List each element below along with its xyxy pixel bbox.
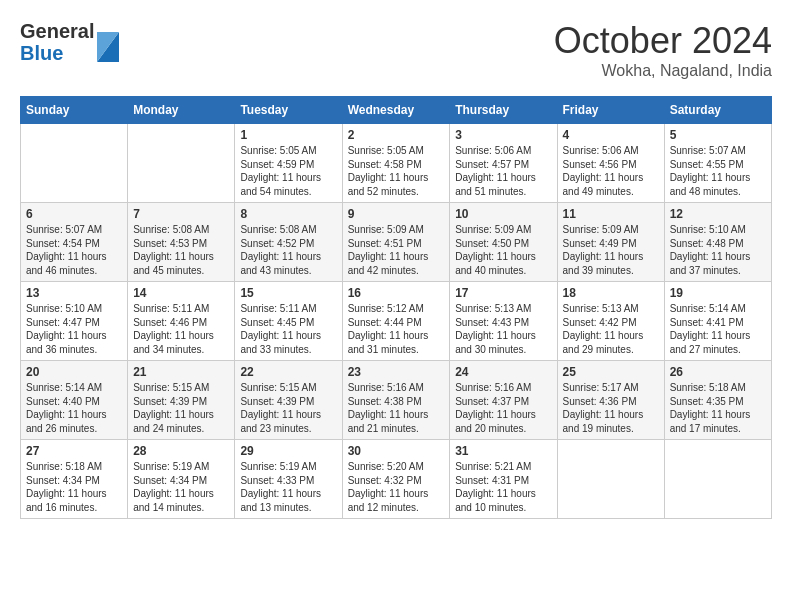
day-number: 25 [563,365,659,379]
day-number: 20 [26,365,122,379]
calendar-cell: 23Sunrise: 5:16 AMSunset: 4:38 PMDayligh… [342,361,450,440]
calendar-cell [664,440,771,519]
day-info: Sunrise: 5:11 AMSunset: 4:46 PMDaylight:… [133,302,229,356]
day-info: Sunrise: 5:16 AMSunset: 4:37 PMDaylight:… [455,381,551,435]
calendar-header-row: SundayMondayTuesdayWednesdayThursdayFrid… [21,97,772,124]
day-of-week-header: Sunday [21,97,128,124]
day-info: Sunrise: 5:08 AMSunset: 4:52 PMDaylight:… [240,223,336,277]
calendar-cell: 28Sunrise: 5:19 AMSunset: 4:34 PMDayligh… [128,440,235,519]
day-number: 11 [563,207,659,221]
calendar-cell: 16Sunrise: 5:12 AMSunset: 4:44 PMDayligh… [342,282,450,361]
calendar-cell: 9Sunrise: 5:09 AMSunset: 4:51 PMDaylight… [342,203,450,282]
calendar-cell: 22Sunrise: 5:15 AMSunset: 4:39 PMDayligh… [235,361,342,440]
calendar-cell: 27Sunrise: 5:18 AMSunset: 4:34 PMDayligh… [21,440,128,519]
day-number: 2 [348,128,445,142]
calendar-cell: 17Sunrise: 5:13 AMSunset: 4:43 PMDayligh… [450,282,557,361]
day-of-week-header: Thursday [450,97,557,124]
calendar-cell: 24Sunrise: 5:16 AMSunset: 4:37 PMDayligh… [450,361,557,440]
calendar-cell: 7Sunrise: 5:08 AMSunset: 4:53 PMDaylight… [128,203,235,282]
day-info: Sunrise: 5:15 AMSunset: 4:39 PMDaylight:… [133,381,229,435]
day-number: 4 [563,128,659,142]
logo-icon [97,22,119,62]
calendar-week-row: 20Sunrise: 5:14 AMSunset: 4:40 PMDayligh… [21,361,772,440]
logo-blue: Blue [20,42,94,64]
day-number: 22 [240,365,336,379]
day-number: 18 [563,286,659,300]
day-of-week-header: Monday [128,97,235,124]
day-number: 28 [133,444,229,458]
day-number: 6 [26,207,122,221]
calendar-week-row: 1Sunrise: 5:05 AMSunset: 4:59 PMDaylight… [21,124,772,203]
calendar-cell: 4Sunrise: 5:06 AMSunset: 4:56 PMDaylight… [557,124,664,203]
day-info: Sunrise: 5:09 AMSunset: 4:51 PMDaylight:… [348,223,445,277]
day-number: 19 [670,286,766,300]
calendar-cell: 25Sunrise: 5:17 AMSunset: 4:36 PMDayligh… [557,361,664,440]
day-info: Sunrise: 5:06 AMSunset: 4:57 PMDaylight:… [455,144,551,198]
day-info: Sunrise: 5:07 AMSunset: 4:55 PMDaylight:… [670,144,766,198]
day-number: 15 [240,286,336,300]
calendar-cell: 1Sunrise: 5:05 AMSunset: 4:59 PMDaylight… [235,124,342,203]
calendar-table: SundayMondayTuesdayWednesdayThursdayFrid… [20,96,772,519]
calendar-cell: 13Sunrise: 5:10 AMSunset: 4:47 PMDayligh… [21,282,128,361]
day-number: 29 [240,444,336,458]
location: Wokha, Nagaland, India [554,62,772,80]
calendar-cell: 14Sunrise: 5:11 AMSunset: 4:46 PMDayligh… [128,282,235,361]
day-info: Sunrise: 5:20 AMSunset: 4:32 PMDaylight:… [348,460,445,514]
day-of-week-header: Tuesday [235,97,342,124]
day-info: Sunrise: 5:14 AMSunset: 4:41 PMDaylight:… [670,302,766,356]
day-info: Sunrise: 5:10 AMSunset: 4:47 PMDaylight:… [26,302,122,356]
calendar-cell [128,124,235,203]
day-info: Sunrise: 5:19 AMSunset: 4:34 PMDaylight:… [133,460,229,514]
calendar-cell [557,440,664,519]
calendar-cell [21,124,128,203]
calendar-cell: 10Sunrise: 5:09 AMSunset: 4:50 PMDayligh… [450,203,557,282]
day-info: Sunrise: 5:17 AMSunset: 4:36 PMDaylight:… [563,381,659,435]
calendar-cell: 21Sunrise: 5:15 AMSunset: 4:39 PMDayligh… [128,361,235,440]
day-info: Sunrise: 5:11 AMSunset: 4:45 PMDaylight:… [240,302,336,356]
day-number: 23 [348,365,445,379]
calendar-cell: 18Sunrise: 5:13 AMSunset: 4:42 PMDayligh… [557,282,664,361]
calendar-cell: 26Sunrise: 5:18 AMSunset: 4:35 PMDayligh… [664,361,771,440]
calendar-week-row: 6Sunrise: 5:07 AMSunset: 4:54 PMDaylight… [21,203,772,282]
day-number: 17 [455,286,551,300]
day-info: Sunrise: 5:05 AMSunset: 4:58 PMDaylight:… [348,144,445,198]
page-header: General Blue October 2024 Wokha, Nagalan… [20,20,772,80]
calendar-week-row: 27Sunrise: 5:18 AMSunset: 4:34 PMDayligh… [21,440,772,519]
calendar-cell: 11Sunrise: 5:09 AMSunset: 4:49 PMDayligh… [557,203,664,282]
day-of-week-header: Saturday [664,97,771,124]
calendar-cell: 19Sunrise: 5:14 AMSunset: 4:41 PMDayligh… [664,282,771,361]
day-of-week-header: Wednesday [342,97,450,124]
calendar-cell: 3Sunrise: 5:06 AMSunset: 4:57 PMDaylight… [450,124,557,203]
calendar-week-row: 13Sunrise: 5:10 AMSunset: 4:47 PMDayligh… [21,282,772,361]
day-info: Sunrise: 5:09 AMSunset: 4:49 PMDaylight:… [563,223,659,277]
calendar-cell: 15Sunrise: 5:11 AMSunset: 4:45 PMDayligh… [235,282,342,361]
logo: General Blue [20,20,119,64]
day-number: 26 [670,365,766,379]
day-info: Sunrise: 5:06 AMSunset: 4:56 PMDaylight:… [563,144,659,198]
day-info: Sunrise: 5:08 AMSunset: 4:53 PMDaylight:… [133,223,229,277]
calendar-cell: 29Sunrise: 5:19 AMSunset: 4:33 PMDayligh… [235,440,342,519]
day-number: 5 [670,128,766,142]
day-info: Sunrise: 5:05 AMSunset: 4:59 PMDaylight:… [240,144,336,198]
calendar-cell: 5Sunrise: 5:07 AMSunset: 4:55 PMDaylight… [664,124,771,203]
day-number: 8 [240,207,336,221]
month-title: October 2024 [554,20,772,62]
calendar-cell: 2Sunrise: 5:05 AMSunset: 4:58 PMDaylight… [342,124,450,203]
day-number: 30 [348,444,445,458]
logo-general: General [20,20,94,42]
day-number: 7 [133,207,229,221]
day-info: Sunrise: 5:16 AMSunset: 4:38 PMDaylight:… [348,381,445,435]
day-info: Sunrise: 5:14 AMSunset: 4:40 PMDaylight:… [26,381,122,435]
day-info: Sunrise: 5:21 AMSunset: 4:31 PMDaylight:… [455,460,551,514]
day-number: 13 [26,286,122,300]
day-number: 27 [26,444,122,458]
day-info: Sunrise: 5:19 AMSunset: 4:33 PMDaylight:… [240,460,336,514]
calendar-cell: 8Sunrise: 5:08 AMSunset: 4:52 PMDaylight… [235,203,342,282]
day-info: Sunrise: 5:09 AMSunset: 4:50 PMDaylight:… [455,223,551,277]
day-number: 21 [133,365,229,379]
calendar-cell: 20Sunrise: 5:14 AMSunset: 4:40 PMDayligh… [21,361,128,440]
day-number: 14 [133,286,229,300]
day-number: 9 [348,207,445,221]
day-info: Sunrise: 5:07 AMSunset: 4:54 PMDaylight:… [26,223,122,277]
day-info: Sunrise: 5:12 AMSunset: 4:44 PMDaylight:… [348,302,445,356]
